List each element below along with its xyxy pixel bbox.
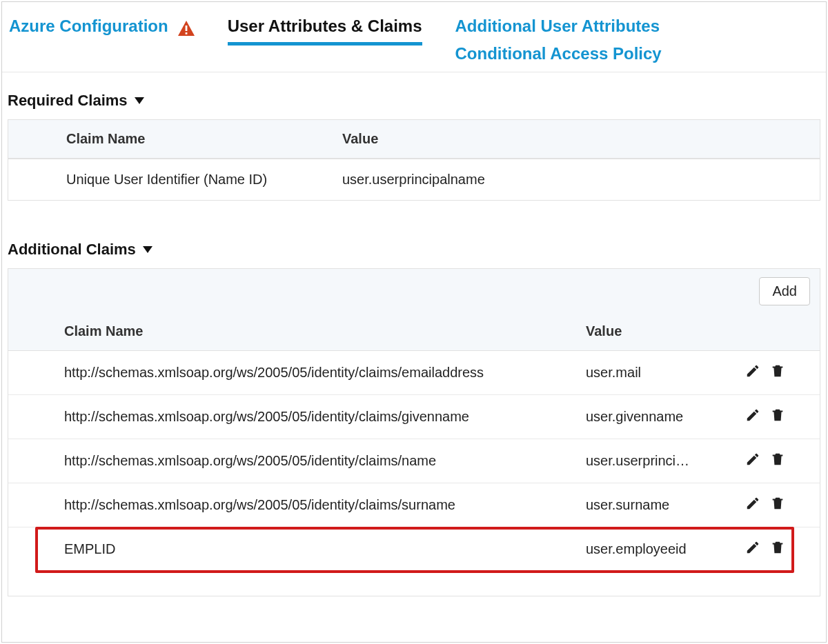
table-row[interactable]: http://schemas.xmlsoap.org/ws/2005/05/id…: [8, 395, 820, 439]
svg-rect-0: [185, 26, 187, 31]
col-claim-name: Claim Name: [54, 120, 330, 159]
delete-icon[interactable]: [770, 540, 785, 555]
tab-user-attributes-claims[interactable]: User Attributes & Claims: [228, 14, 422, 45]
required-claims-section: Required Claims Claim Name Value Unique …: [2, 72, 826, 228]
cell-claim-name: Unique User Identifier (Name ID): [54, 159, 330, 200]
tab-label: Additional User Attributes: [455, 14, 660, 38]
svg-rect-1: [185, 32, 187, 34]
table-row[interactable]: http://schemas.xmlsoap.org/ws/2005/05/id…: [8, 483, 820, 527]
cell-claim-name: http://schemas.xmlsoap.org/ws/2005/05/id…: [52, 351, 573, 395]
tab-label: User Attributes & Claims: [228, 14, 422, 38]
additional-claims-panel: Add Claim Name Value http://schem: [8, 268, 820, 596]
cell-value: user.userprinci…: [573, 439, 711, 483]
table-header-row: Claim Name Value: [8, 314, 820, 351]
delete-icon[interactable]: [770, 496, 785, 511]
col-claim-name: Claim Name: [52, 314, 573, 351]
app-frame: Azure Configuration User Attributes & Cl…: [1, 1, 827, 643]
table-row-highlighted[interactable]: EMPLID user.employeeid: [8, 527, 820, 572]
cell-value: user.mail: [573, 351, 711, 395]
tab-conditional-access-policy[interactable]: Conditional Access Policy: [455, 42, 662, 72]
caret-down-icon: [143, 246, 152, 253]
table-header-row: Claim Name Value: [8, 120, 820, 159]
delete-icon[interactable]: [770, 452, 785, 467]
tab-group-right: Additional User Attributes Conditional A…: [455, 14, 662, 72]
cell-value: user.surname: [573, 483, 711, 527]
tab-bar: Azure Configuration User Attributes & Cl…: [2, 2, 826, 72]
table-row[interactable]: http://schemas.xmlsoap.org/ws/2005/05/id…: [8, 351, 820, 395]
additional-claims-table: Claim Name Value http://schemas.xmlsoap.…: [8, 314, 820, 571]
cell-value: user.givenname: [573, 395, 711, 439]
cell-claim-name: http://schemas.xmlsoap.org/ws/2005/05/id…: [52, 439, 573, 483]
delete-icon[interactable]: [770, 407, 785, 423]
section-heading: Required Claims: [8, 92, 128, 110]
cell-claim-name: http://schemas.xmlsoap.org/ws/2005/05/id…: [52, 483, 573, 527]
add-button[interactable]: Add: [759, 277, 810, 305]
required-claims-toggle[interactable]: Required Claims: [8, 92, 144, 110]
edit-icon[interactable]: [745, 407, 760, 423]
col-value: Value: [573, 314, 711, 351]
caret-down-icon: [135, 97, 144, 104]
warning-icon: [178, 19, 195, 34]
required-claims-table: Claim Name Value Unique User Identifier …: [8, 119, 820, 201]
table-row[interactable]: Unique User Identifier (Name ID) user.us…: [8, 159, 820, 200]
table-row[interactable]: http://schemas.xmlsoap.org/ws/2005/05/id…: [8, 439, 820, 483]
cell-value: user.userprincipalname: [330, 159, 820, 200]
additional-claims-toolbar: Add: [8, 269, 820, 314]
edit-icon[interactable]: [745, 540, 760, 555]
edit-icon[interactable]: [745, 363, 760, 379]
cell-claim-name: EMPLID: [52, 527, 573, 572]
tab-label: Azure Configuration: [9, 14, 168, 38]
delete-icon[interactable]: [770, 363, 785, 379]
cell-value: user.employeeid: [573, 527, 711, 572]
cell-claim-name: http://schemas.xmlsoap.org/ws/2005/05/id…: [52, 395, 573, 439]
additional-claims-section: Additional Claims Add Claim Name Va: [2, 228, 826, 596]
section-heading: Additional Claims: [8, 241, 136, 259]
edit-icon[interactable]: [745, 452, 760, 467]
additional-claims-toggle[interactable]: Additional Claims: [8, 241, 152, 259]
edit-icon[interactable]: [745, 496, 760, 511]
tab-label: Conditional Access Policy: [455, 42, 662, 66]
tab-azure-configuration[interactable]: Azure Configuration: [9, 14, 195, 45]
tab-additional-user-attributes[interactable]: Additional User Attributes: [455, 14, 662, 41]
col-value: Value: [330, 120, 820, 159]
